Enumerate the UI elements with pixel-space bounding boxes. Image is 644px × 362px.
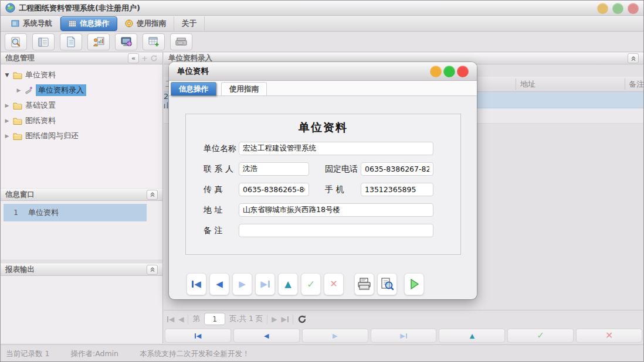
triangle-left-icon: ◀: [264, 333, 269, 339]
data-form-button[interactable]: [32, 33, 55, 50]
fax-field[interactable]: [239, 183, 309, 196]
user-report-button[interactable]: [87, 33, 110, 50]
tree-item-drawing-borrow-return[interactable]: ▶ 图纸借阅与归还: [4, 128, 162, 144]
collapsed-arrow-icon[interactable]: ▶: [4, 133, 10, 139]
delete-record-button[interactable]: ✕: [324, 273, 344, 295]
address-field[interactable]: [239, 203, 433, 217]
last-page-button[interactable]: ▶: [282, 315, 289, 323]
triangle-up-icon: ▲: [470, 333, 474, 339]
tab-system-nav[interactable]: 系统导航: [4, 16, 60, 31]
last-record-button[interactable]: ▶: [255, 273, 275, 295]
chevron-double-up-icon: [150, 267, 155, 272]
collapsed-arrow-icon[interactable]: ▶: [16, 87, 22, 93]
print-preview-icon: [380, 278, 394, 291]
print-preview-button[interactable]: [377, 273, 397, 295]
note-label: 备 注: [204, 226, 222, 236]
tree-item-unit-data-entry[interactable]: ▶ 单位资料录入: [16, 83, 162, 98]
tab-info-operation[interactable]: 信息操作: [60, 16, 117, 31]
phone-label: 固定电话: [325, 164, 358, 175]
info-manage-panel-header: 信息管理 « +: [1, 52, 162, 64]
tree-item-drawing-data[interactable]: ▶ 图纸资料: [4, 113, 162, 128]
first-record-button[interactable]: ◀: [187, 273, 206, 295]
contact-field[interactable]: [239, 162, 309, 176]
collapse-left-button[interactable]: «: [128, 53, 139, 63]
tree-item-basic-settings[interactable]: ▶ 基础设置: [4, 98, 162, 113]
dialog-titlebar: 单位资料: [169, 62, 477, 81]
collapse-up-button[interactable]: [147, 190, 158, 200]
folder-icon: [13, 71, 22, 79]
minimize-button[interactable]: [597, 3, 608, 14]
unit-name-field[interactable]: [239, 142, 433, 155]
printer-tray-icon: [175, 37, 188, 47]
column-separator: [625, 78, 625, 90]
delete-record-button[interactable]: ✕: [576, 329, 642, 343]
tree-item-unit-data[interactable]: ▼ 单位资料: [4, 67, 162, 83]
edit-record-button[interactable]: ▲: [439, 329, 505, 343]
new-document-button[interactable]: [60, 33, 82, 50]
form-title: 单位资料: [186, 120, 460, 135]
mobile-label: 手 机: [325, 185, 344, 195]
run-button[interactable]: [404, 273, 424, 295]
prev-page-button[interactable]: ◀: [178, 315, 184, 323]
page-number-input[interactable]: [204, 313, 225, 325]
pager-divider: [267, 315, 267, 324]
note-field[interactable]: [239, 224, 433, 237]
save-record-button[interactable]: ✓: [301, 273, 321, 295]
dialog-minimize-button[interactable]: [430, 66, 442, 77]
triangle-left-icon: ◀: [196, 333, 201, 339]
first-record-icon: [195, 333, 196, 339]
folder-icon: [13, 132, 22, 140]
grid-header-cell-note[interactable]: 备注: [629, 77, 644, 91]
edit-record-button[interactable]: ▲: [278, 273, 298, 295]
search-document-button[interactable]: [5, 33, 27, 50]
panel-title: 信息管理: [5, 53, 35, 63]
next-page-button[interactable]: ▶: [272, 315, 277, 323]
collapse-up-button[interactable]: [147, 265, 158, 275]
grid-header-cell-address[interactable]: 地址: [520, 77, 623, 91]
phone-field[interactable]: [361, 162, 433, 176]
prev-record-button[interactable]: ◀: [233, 329, 300, 343]
save-record-button[interactable]: ✓: [507, 329, 574, 343]
list-item-index: 1: [4, 209, 28, 217]
mobile-field[interactable]: [361, 183, 433, 196]
dialog-tab-info-operation[interactable]: 信息操作: [171, 82, 216, 95]
last-record-button[interactable]: ▶: [371, 329, 437, 343]
unit-data-groupbox: 单位资料 单位名称 联 系 人 固定电话 传 真 手 机 地 址 备 注: [185, 114, 461, 255]
triangle-left-icon: ◀: [216, 280, 223, 289]
table-add-button[interactable]: [143, 33, 165, 50]
print-button[interactable]: [354, 273, 374, 295]
triangle-up-icon: ▲: [284, 280, 292, 289]
refresh-icon-pale[interactable]: [150, 54, 158, 62]
collapsed-arrow-icon[interactable]: ▶: [4, 103, 10, 108]
printer-tray-button[interactable]: [170, 33, 192, 50]
user-report-icon: [93, 36, 105, 47]
prev-record-button[interactable]: ◀: [209, 273, 229, 295]
dialog-tab-user-guide[interactable]: 使用指南: [221, 82, 267, 95]
fax-label: 传 真: [204, 185, 222, 195]
record-count-label: 当前记录数 1: [6, 349, 49, 359]
refresh-icon[interactable]: [297, 315, 307, 324]
tab-user-guide[interactable]: 使用指南: [117, 16, 174, 31]
first-record-button[interactable]: ◀: [165, 329, 231, 343]
main-tabbar: 系统导航 信息操作 使用指南 关于: [1, 16, 643, 32]
dialog-maximize-button[interactable]: [443, 66, 455, 77]
expanded-arrow-icon[interactable]: ▼: [4, 72, 10, 78]
nav-square-icon: [11, 20, 19, 27]
collapse-up-button[interactable]: [628, 53, 639, 63]
next-record-button[interactable]: ▶: [232, 273, 252, 295]
last-record-icon: [406, 333, 407, 339]
maximize-button[interactable]: [612, 3, 623, 14]
next-record-button[interactable]: ▶: [302, 329, 368, 343]
dialog-title: 单位资料: [177, 66, 209, 77]
window-controls: [597, 3, 639, 14]
collapsed-arrow-icon[interactable]: ▶: [4, 118, 10, 124]
dialog-close-button[interactable]: [457, 66, 469, 77]
data-form-icon: [38, 37, 49, 47]
monitor-globe-button[interactable]: [115, 33, 137, 50]
triangle-right-icon: ▶: [260, 280, 267, 289]
tab-about[interactable]: 关于: [174, 16, 205, 31]
close-button[interactable]: [628, 3, 639, 14]
list-item[interactable]: 1 单位资料: [4, 204, 147, 221]
add-icon[interactable]: +: [141, 54, 148, 63]
first-page-button[interactable]: ◀: [167, 315, 174, 323]
